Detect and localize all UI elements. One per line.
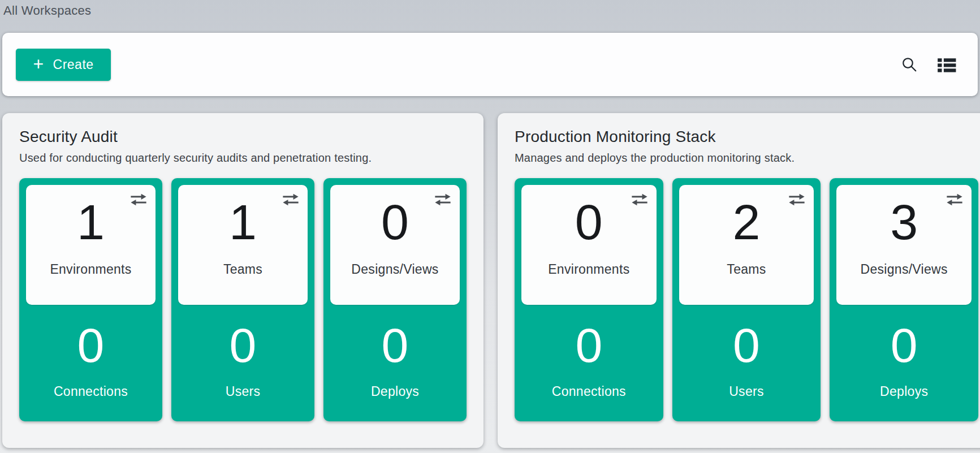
create-button[interactable]: + Create [16,49,111,81]
page: { "page": { "title": "All Workspaces" },… [0,0,980,453]
stat-card-bottom: 0 Connections [26,305,156,415]
list-view-button[interactable] [935,54,959,75]
stat-top-label: Designs/Views [860,262,947,277]
stat-bottom-value: 0 [382,321,409,369]
stat-top-value: 0 [575,197,603,247]
stat-card[interactable]: 3 Designs/Views 0 Deploys [830,178,978,421]
stat-top-value: 0 [381,197,409,247]
stat-card-top: 1 Teams [178,185,308,305]
transfer-button[interactable] [280,192,301,210]
stat-top-label: Environments [50,262,131,277]
stat-card[interactable]: 0 Designs/Views 0 Deploys [323,178,467,421]
stat-card-bottom: 0 Connections [521,305,657,415]
swap-horizontal-icon [129,193,148,207]
stat-top-label: Teams [223,262,262,277]
stat-bottom-label: Users [729,384,764,399]
stat-top-value: 3 [890,197,918,247]
search-button[interactable] [899,54,920,75]
create-button-label: Create [53,57,94,72]
transfer-button[interactable] [128,192,149,210]
stat-card-top: 2 Teams [679,185,814,305]
transfer-button[interactable] [787,192,807,210]
swap-horizontal-icon [788,193,806,207]
transfer-button[interactable] [944,192,965,210]
transfer-button[interactable] [433,192,453,210]
workspace-card[interactable]: Production Monitoring Stack Manages and … [498,113,980,448]
stat-card-bottom: 0 Deploys [836,305,972,415]
stat-card-top: 0 Designs/Views [330,185,460,305]
stat-card-bottom: 0 Users [679,305,814,415]
stat-card-bottom: 0 Deploys [330,305,460,415]
page-title: All Workspaces [0,0,980,18]
search-icon [901,56,918,73]
stat-top-value: 1 [229,197,257,247]
workspace-description: Manages and deploys the production monit… [515,152,978,165]
stat-top-label: Designs/Views [351,262,438,277]
stat-card[interactable]: 1 Environments 0 Connections [19,178,162,421]
stat-bottom-label: Users [226,384,261,399]
stat-grid: 1 Environments 0 Connections 1 Teams 0 U… [19,178,467,421]
list-view-icon [937,56,956,73]
stat-bottom-label: Connections [552,384,626,399]
transfer-button[interactable] [629,192,650,210]
stat-bottom-value: 0 [230,321,257,369]
workspace-card[interactable]: Security Audit Used for conducting quart… [2,113,483,448]
stat-top-label: Environments [548,262,629,277]
workspace-title: Production Monitoring Stack [515,128,978,146]
toolbar: + Create [2,33,978,96]
workspace-description: Used for conducting quarterly security a… [19,152,467,165]
stat-top-value: 2 [733,197,761,247]
stat-bottom-value: 0 [733,321,760,369]
stat-card[interactable]: 1 Teams 0 Users [171,178,314,421]
stat-top-value: 1 [77,197,105,247]
stat-bottom-label: Deploys [880,384,928,399]
stat-card[interactable]: 2 Teams 0 Users [672,178,821,421]
stat-card-bottom: 0 Users [178,305,308,415]
workspace-grid: Security Audit Used for conducting quart… [2,113,980,448]
stat-card[interactable]: 0 Environments 0 Connections [515,178,663,421]
swap-horizontal-icon [631,193,649,207]
workspace-title: Security Audit [19,128,467,146]
stat-card-top: 1 Environments [26,185,156,305]
stat-card-top: 0 Environments [521,185,657,305]
stat-grid: 0 Environments 0 Connections 2 Teams 0 U… [515,178,978,421]
swap-horizontal-icon [946,193,964,207]
stat-bottom-label: Deploys [371,384,419,399]
stat-bottom-value: 0 [77,321,105,369]
stat-bottom-label: Connections [54,384,128,399]
stat-top-label: Teams [727,262,766,277]
stat-bottom-value: 0 [891,321,918,369]
stat-card-top: 3 Designs/Views [836,185,972,305]
swap-horizontal-icon [282,193,300,207]
stat-bottom-value: 0 [575,321,602,369]
swap-horizontal-icon [434,193,452,207]
